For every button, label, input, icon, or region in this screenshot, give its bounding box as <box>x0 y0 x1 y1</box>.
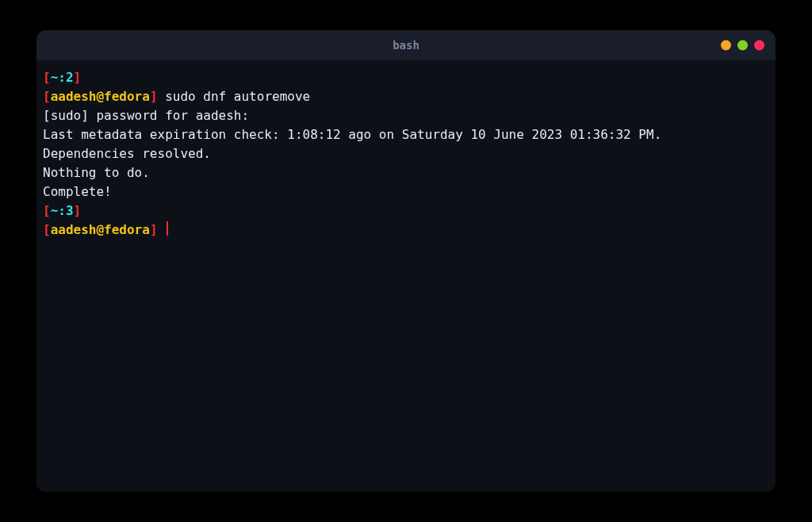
titlebar: bash <box>36 30 776 60</box>
user: aadesh <box>51 222 97 237</box>
host: fedora <box>104 222 150 237</box>
bracket-close: ] <box>74 70 82 85</box>
at: @ <box>96 222 104 237</box>
cwd-tilde: ~ <box>51 203 59 218</box>
terminal-window: bash [~:2] [aadesh@fedora] sudo dnf auto… <box>36 30 776 492</box>
terminal-body[interactable]: [~:2] [aadesh@fedora] sudo dnf autoremov… <box>36 60 776 492</box>
close-icon[interactable] <box>754 40 764 51</box>
output-line: Dependencies resolved. <box>43 144 769 163</box>
colon: : <box>58 70 66 85</box>
output-line: Complete! <box>43 182 769 202</box>
bracket-close: ] <box>150 222 158 237</box>
host: fedora <box>104 89 150 104</box>
prompt-line-2: [aadesh@fedora] <box>43 221 769 240</box>
bracket-open: [ <box>43 203 51 218</box>
colon: : <box>58 203 66 218</box>
bracket-open: [ <box>43 89 51 104</box>
history-num: 2 <box>66 70 74 85</box>
cwd-tilde: ~ <box>51 70 59 85</box>
command-text: sudo dnf autoremove <box>158 89 311 104</box>
bracket-open: [ <box>43 222 51 237</box>
output-line: Last metadata expiration check: 1:08:12 … <box>43 125 769 144</box>
window-title: bash <box>393 39 419 52</box>
window-controls <box>721 40 764 51</box>
bracket-close: ] <box>74 203 82 218</box>
bracket-open: [ <box>43 70 51 85</box>
prompt-line-1: [aadesh@fedora] sudo dnf autoremove <box>43 87 769 106</box>
at: @ <box>96 89 104 104</box>
bracket-close: ] <box>150 89 158 104</box>
output-line: [sudo] password for aadesh: <box>43 106 769 125</box>
output-line: Nothing to do. <box>43 163 769 182</box>
minimize-icon[interactable] <box>721 40 731 51</box>
maximize-icon[interactable] <box>737 40 748 51</box>
prompt-context-2: [~:3] <box>43 202 769 221</box>
prompt-context-1: [~:2] <box>43 68 769 87</box>
history-num: 3 <box>66 203 74 218</box>
cursor-icon <box>167 221 168 236</box>
spacer <box>158 222 166 237</box>
user: aadesh <box>51 89 97 104</box>
